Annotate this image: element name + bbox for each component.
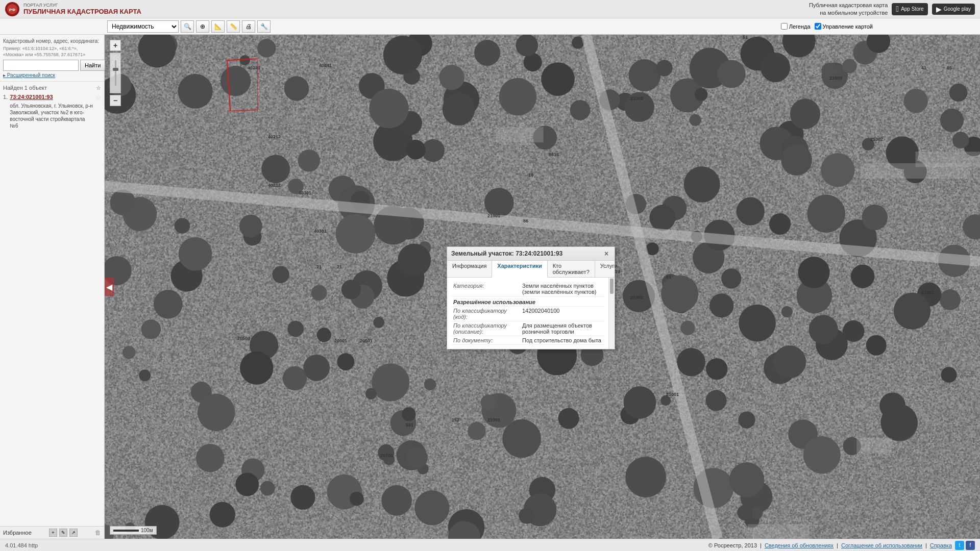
results-found-label: Найден 1 объект bbox=[3, 85, 47, 91]
sidebar: Кадастровый номер, адрес, координата: Пр… bbox=[0, 35, 105, 539]
results-header: Найден 1 объект ☆ bbox=[3, 85, 101, 91]
footer-right: © Росреестр, 2013 | Сведения об обновлен… bbox=[708, 541, 975, 550]
toolbar: Недвижимость Земельные участки ОКС 🔍 ⊕ 📐… bbox=[0, 18, 980, 35]
popup-tab-services[interactable]: Услуги bbox=[595, 261, 623, 277]
twitter-icon[interactable]: t bbox=[955, 541, 964, 550]
fav-add-icon[interactable]: + bbox=[49, 529, 57, 537]
table-row: По документу: Под строительство дома быт… bbox=[451, 336, 604, 345]
map-scale: 100м bbox=[110, 526, 157, 535]
map-manage-label: Управление картой bbox=[823, 23, 873, 30]
result-item-1[interactable]: 1. 73:24:021001:93 обл. Ульяновская, г. … bbox=[3, 93, 101, 129]
field-doc-label: По документу: bbox=[451, 336, 520, 345]
google-play-badge[interactable]: ▶ Google play bbox=[932, 4, 975, 15]
field-use-label: Разрешённое использование bbox=[451, 296, 604, 307]
app-store-badge[interactable]:  App Store bbox=[892, 3, 927, 15]
result-details: 73:24:021001:93 обл. Ульяновская, г. Уль… bbox=[10, 93, 93, 129]
legend-checkbox[interactable] bbox=[781, 23, 788, 30]
footer-link-agreement[interactable]: Соглашение об использовании bbox=[841, 542, 922, 548]
portal-label: ПОРТАЛ УСЛУГ bbox=[23, 3, 141, 8]
popup-tabs: Информация Характеристики Кто обслуживае… bbox=[447, 261, 615, 278]
result-star-icon: ☆ bbox=[95, 93, 101, 129]
result-num: 1. bbox=[3, 93, 8, 129]
facebook-icon[interactable]: f bbox=[966, 541, 975, 550]
footer-separator-1: | bbox=[760, 542, 762, 548]
toolbar-right: Легенда Управление картой bbox=[781, 23, 873, 30]
search-row: Найти bbox=[3, 60, 101, 71]
logo-text: ПОРТАЛ УСЛУГ ПУБЛИЧНАЯ КАДАСТРОВАЯ КАРТА bbox=[23, 3, 141, 15]
favorites-icons: + ✎ ↗ bbox=[49, 529, 78, 537]
map-manage-checkbox[interactable] bbox=[815, 23, 821, 30]
app-store-label: App Store bbox=[901, 6, 923, 12]
toolbar-btn-3[interactable]: 📐 bbox=[211, 20, 225, 33]
results-icon: ☆ bbox=[96, 85, 101, 91]
toolbar-btn-5[interactable]: 🖨 bbox=[242, 20, 255, 33]
toolbar-btn-4[interactable]: 📏 bbox=[227, 20, 240, 33]
popup-header: Земельный участок: 73:24:021001:93 × bbox=[447, 247, 615, 261]
zoom-controls: + − bbox=[110, 40, 121, 106]
field-desc-value: Для размещения объектов розничной торгов… bbox=[520, 321, 604, 336]
table-row: Разрешённое использование bbox=[451, 296, 604, 307]
field-code-label: По классификатору (код): bbox=[451, 307, 520, 321]
search-input[interactable] bbox=[3, 60, 79, 71]
results-section: Найден 1 объект ☆ 1. 73:24:021001:93 обл… bbox=[0, 82, 104, 526]
popup-body: Категория: Земли населённых пунктов (зем… bbox=[447, 278, 608, 349]
site-title: ПУБЛИЧНАЯ КАДАСТРОВАЯ КАРТА bbox=[23, 8, 141, 15]
zoom-in-button[interactable]: + bbox=[110, 40, 121, 51]
parcel-popup: Земельный участок: 73:24:021001:93 × Инф… bbox=[447, 246, 615, 349]
zoom-out-button[interactable]: − bbox=[110, 95, 121, 106]
search-button[interactable]: Найти bbox=[80, 60, 105, 71]
map-area[interactable]: 40241 40241 40212 40212 40301 21 21 2050… bbox=[105, 35, 980, 539]
favorites-bar: Избранное + ✎ ↗ 🗑 bbox=[0, 526, 104, 539]
popup-table: Категория: Земли населённых пунктов (зем… bbox=[451, 282, 604, 345]
map-manage-checkbox-label[interactable]: Управление картой bbox=[815, 23, 873, 30]
logo-emblem: РФ bbox=[5, 2, 19, 16]
popup-tab-info[interactable]: Информация bbox=[447, 261, 492, 277]
result-description: обл. Ульяновская, г. Ульяновск, р-н Заво… bbox=[10, 103, 93, 129]
search-hint: Кадастровый номер, адрес, координата: bbox=[3, 38, 101, 44]
footer: 4.01.484 http © Росреестр, 2013 | Сведен… bbox=[0, 539, 980, 551]
zoom-slider[interactable] bbox=[110, 53, 121, 93]
property-type-dropdown[interactable]: Недвижимость Земельные участки ОКС bbox=[107, 20, 179, 33]
google-play-label: Google play bbox=[944, 6, 971, 12]
favorites-label: Избранное bbox=[3, 530, 32, 536]
fav-delete-icon[interactable]: 🗑 bbox=[95, 529, 101, 536]
popup-title: Земельный участок: 73:24:021001:93 bbox=[451, 250, 562, 257]
fav-export-icon[interactable]: ↗ bbox=[69, 529, 78, 537]
field-category-value: Земли населённых пунктов (земли населённ… bbox=[520, 282, 604, 296]
legend-checkbox-label[interactable]: Легенда bbox=[781, 23, 811, 30]
footer-separator-3: | bbox=[925, 542, 927, 548]
table-row: Категория: Земли населённых пунктов (зем… bbox=[451, 282, 604, 296]
toolbar-btn-2[interactable]: ⊕ bbox=[196, 20, 209, 33]
toolbar-btn-1[interactable]: 🔍 bbox=[181, 20, 194, 33]
scale-label: 100м bbox=[141, 528, 153, 533]
table-row: По классификатору (описание): Для размещ… bbox=[451, 321, 604, 336]
popup-close-button[interactable]: × bbox=[602, 249, 610, 258]
footer-link-updates[interactable]: Сведения об обновлениях bbox=[765, 542, 834, 548]
mobile-label: Публичная кадастровая картана мобильном … bbox=[809, 2, 888, 16]
legend-label: Легенда bbox=[789, 23, 811, 30]
toolbar-btn-6[interactable]: 🔧 bbox=[257, 20, 271, 33]
header-right: Публичная кадастровая картана мобильном … bbox=[809, 2, 975, 16]
popup-tab-characteristics[interactable]: Характеристики bbox=[492, 261, 547, 278]
popup-tab-service[interactable]: Кто обслуживает? bbox=[548, 261, 595, 277]
advanced-search-link[interactable]: ▸ Расширенный поиск bbox=[3, 72, 101, 78]
search-section: Кадастровый номер, адрес, координата: Пр… bbox=[0, 35, 104, 82]
field-desc-label: По классификатору (описание): bbox=[451, 321, 520, 336]
footer-separator-2: | bbox=[837, 542, 838, 548]
main-layout: Кадастровый номер, адрес, координата: Пр… bbox=[0, 35, 980, 539]
header: РФ ПОРТАЛ УСЛУГ ПУБЛИЧНАЯ КАДАСТРОВАЯ КА… bbox=[0, 0, 980, 18]
field-category-label: Категория: bbox=[451, 282, 520, 296]
svg-text:РФ: РФ bbox=[9, 8, 15, 12]
header-left: РФ ПОРТАЛ УСЛУГ ПУБЛИЧНАЯ КАДАСТРОВАЯ КА… bbox=[5, 2, 141, 16]
result-title: 73:24:021001:93 bbox=[10, 93, 93, 101]
fav-edit-icon[interactable]: ✎ bbox=[59, 529, 67, 537]
field-doc-value: Под строительство дома быта bbox=[520, 336, 604, 345]
nav-left-arrow[interactable]: ◀ bbox=[105, 278, 114, 296]
search-hint-detail: Пример: «61:6:10104:12», «61:6:*»,«Москв… bbox=[3, 46, 101, 58]
popup-scrollbar[interactable] bbox=[608, 278, 615, 349]
google-play-icon: ▶ bbox=[936, 5, 942, 13]
footer-social: t f bbox=[955, 541, 975, 550]
footer-link-help[interactable]: Справка bbox=[930, 542, 952, 548]
table-row: По классификатору (код): 142002040100 bbox=[451, 307, 604, 321]
footer-coordinates: 4.01.484 http bbox=[5, 542, 38, 548]
